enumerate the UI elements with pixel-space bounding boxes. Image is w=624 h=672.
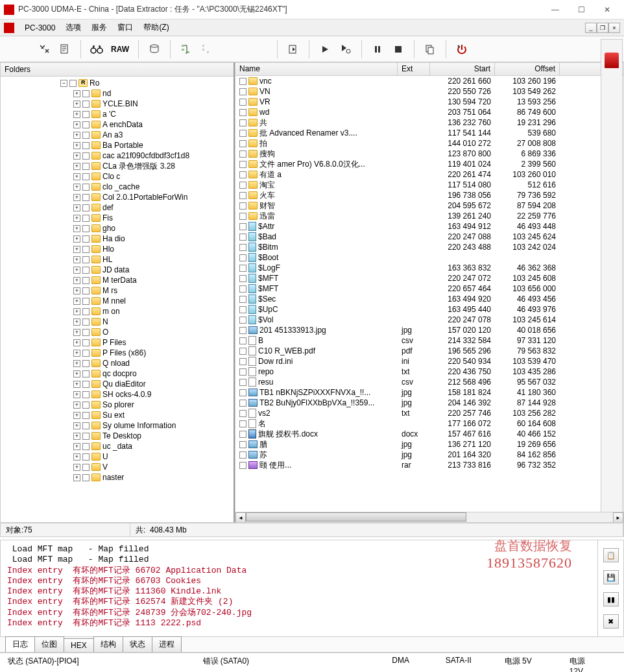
pause-icon[interactable] [368, 40, 387, 58]
tree-checkbox[interactable] [82, 194, 90, 201]
expander-icon[interactable]: + [73, 184, 80, 191]
tree-item[interactable]: +So plorer [2, 400, 232, 410]
row-checkbox[interactable] [239, 171, 246, 178]
folder-tree[interactable]: − Ro +nd+YCLE.BIN+a 'C+A enchData+An a3+… [1, 77, 234, 522]
row-checkbox[interactable] [239, 161, 246, 168]
expander-icon[interactable]: + [73, 121, 80, 128]
row-checkbox[interactable] [239, 99, 246, 106]
expander-icon[interactable]: + [73, 132, 80, 139]
tree-item[interactable]: +clo _cache [2, 182, 232, 192]
expander-icon[interactable]: + [73, 370, 80, 378]
expander-icon[interactable]: + [73, 173, 80, 180]
tree-checkbox[interactable] [82, 204, 90, 211]
expander-icon[interactable]: + [73, 381, 80, 388]
tree-item[interactable]: +N [2, 317, 232, 327]
tree-item[interactable]: +qc docpro [2, 368, 232, 379]
file-row[interactable]: C10 R_WEB.pdfpdf196 565 29679 563 832 [235, 346, 623, 356]
expander-icon[interactable]: + [73, 422, 80, 429]
row-checkbox[interactable] [239, 285, 246, 293]
tree-item[interactable]: +m on [2, 306, 232, 317]
menu-options[interactable]: 选项 [60, 20, 86, 35]
tree-item[interactable]: +U [2, 451, 232, 462]
tree-checkbox[interactable] [82, 267, 90, 274]
tree2-icon[interactable] [198, 40, 216, 58]
file-row[interactable]: repotxt220 436 750103 435 286 [235, 366, 623, 377]
file-row[interactable]: 苏jpg201 164 32084 162 856 [235, 450, 623, 460]
tab-structure[interactable]: 结构 [93, 636, 123, 652]
row-checkbox[interactable] [239, 254, 246, 261]
expander-icon[interactable]: + [73, 308, 80, 315]
col-offset[interactable]: Offset [495, 63, 560, 75]
tree-checkbox[interactable] [82, 318, 90, 326]
row-checkbox[interactable] [239, 462, 246, 469]
file-row[interactable]: vnc220 261 660103 260 196 [235, 76, 623, 86]
file-list[interactable]: vnc220 261 660103 260 196VN220 550 72610… [235, 76, 623, 512]
file-row[interactable]: resucsv212 568 49695 567 032 [235, 377, 623, 387]
tree-checkbox[interactable] [82, 152, 90, 160]
tree-checkbox[interactable] [69, 80, 77, 87]
tree-item[interactable]: +JD data [2, 265, 232, 275]
tree-item[interactable]: +Clo c [2, 171, 232, 182]
tree-item[interactable]: +Fis [2, 213, 232, 223]
database-sidebar-icon[interactable] [605, 53, 619, 68]
file-row[interactable]: Bcsv214 332 58497 331 120 [235, 335, 623, 346]
tree-checkbox[interactable] [82, 121, 90, 128]
file-row[interactable]: $Attr163 494 91246 493 448 [235, 221, 623, 232]
tab-status[interactable]: 状态 [123, 636, 152, 652]
tree-item[interactable]: +Qu diaEditor [2, 379, 232, 389]
tree-checkbox[interactable] [82, 433, 90, 440]
expander-icon[interactable]: + [73, 246, 80, 253]
maximize-button[interactable]: ☐ [568, 0, 594, 19]
file-row[interactable]: VR130 594 72013 593 256 [235, 97, 623, 107]
expander-icon[interactable]: + [73, 287, 80, 294]
expander-icon[interactable]: + [73, 339, 80, 346]
row-checkbox[interactable] [239, 431, 246, 438]
row-checkbox[interactable] [239, 192, 246, 199]
tree-checkbox[interactable] [82, 350, 90, 357]
row-checkbox[interactable] [239, 88, 246, 95]
expander-icon[interactable]: + [73, 474, 80, 481]
close-button[interactable]: ✕ [594, 0, 620, 19]
expander-icon[interactable]: + [73, 464, 80, 471]
tree-checkbox[interactable] [82, 412, 90, 419]
row-checkbox[interactable] [239, 265, 246, 272]
copy-icon[interactable] [421, 40, 439, 58]
tree-item[interactable]: +An a3 [2, 130, 232, 140]
expander-icon[interactable]: + [73, 391, 80, 398]
row-checkbox[interactable] [239, 234, 246, 241]
expander-icon[interactable]: + [73, 402, 80, 409]
file-row[interactable]: VN220 550 726103 549 262 [235, 86, 623, 97]
row-checkbox[interactable] [239, 337, 246, 344]
log-pause-icon[interactable]: ▮▮ [603, 592, 619, 606]
stop-icon[interactable] [389, 40, 407, 58]
tree-checkbox[interactable] [82, 142, 90, 149]
row-checkbox[interactable] [239, 420, 246, 427]
tree-checkbox[interactable] [82, 298, 90, 305]
tree-item[interactable]: +M rs [2, 285, 232, 296]
file-row[interactable]: 搜狗123 870 8006 869 336 [235, 149, 623, 159]
tree-item[interactable]: +YCLE.BIN [2, 99, 232, 109]
binoculars-icon[interactable] [88, 40, 106, 58]
expander-icon[interactable]: + [73, 433, 80, 440]
row-checkbox[interactable] [239, 140, 246, 147]
expander-icon[interactable]: + [73, 215, 80, 222]
expander-icon[interactable]: + [73, 453, 80, 461]
tree-checkbox[interactable] [82, 464, 90, 471]
tree-item[interactable]: +SH ocks-4.0.9 [2, 389, 232, 400]
row-checkbox[interactable] [239, 182, 246, 189]
log-text[interactable]: Load MFT map - Map filled Load MFT map -… [1, 540, 597, 636]
tree-checkbox[interactable] [82, 381, 90, 388]
tree-item[interactable]: +Su ext [2, 410, 232, 420]
row-checkbox[interactable] [239, 150, 246, 158]
row-checkbox[interactable] [239, 348, 246, 355]
mdi-close[interactable]: × [608, 23, 620, 33]
expander-icon[interactable]: + [73, 142, 80, 149]
tree-checkbox[interactable] [82, 90, 90, 97]
tree-item[interactable]: +Ha dio [2, 234, 232, 244]
mdi-minimize[interactable]: _ [585, 23, 597, 33]
row-checkbox[interactable] [239, 358, 246, 365]
file-row[interactable]: 拍144 010 27227 008 808 [235, 138, 623, 149]
row-checkbox[interactable] [239, 202, 246, 210]
expander-icon[interactable]: + [73, 152, 80, 160]
tree-checkbox[interactable] [82, 235, 90, 243]
